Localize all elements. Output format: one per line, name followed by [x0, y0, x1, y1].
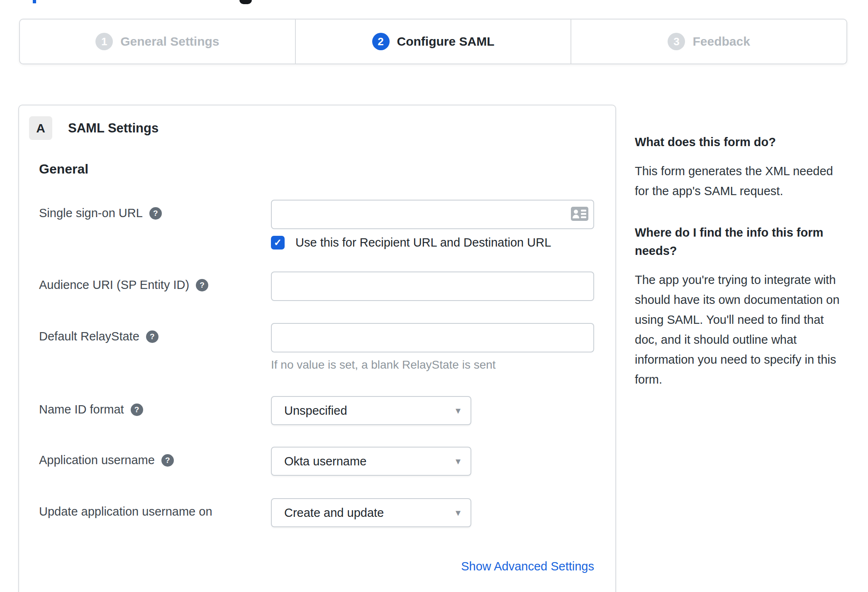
help-sidebar: What does this form do? This form genera…	[635, 133, 848, 389]
field-row-application-username: Application username ? Okta username ▾	[39, 447, 595, 476]
field-label: Update application username on	[39, 505, 212, 519]
step-number-badge: 2	[372, 33, 390, 50]
field-row-default-relaystate: Default RelayState ? If no value is set,…	[39, 323, 595, 372]
step-number-badge: 3	[668, 33, 685, 50]
chevron-down-icon: ▾	[456, 507, 461, 519]
select-value: Okta username	[284, 455, 366, 468]
help-icon[interactable]: ?	[146, 330, 158, 343]
step-label: Feedback	[692, 34, 750, 49]
field-row-update-application-username-on: Update application username on Create an…	[39, 498, 595, 527]
select-value: Unspecified	[284, 404, 347, 418]
chevron-down-icon: ▾	[456, 455, 461, 467]
step-general-settings[interactable]: 1 General Settings	[20, 20, 295, 64]
step-label: General Settings	[120, 34, 219, 49]
checkbox-label: Use this for Recipient URL and Destinati…	[295, 236, 551, 250]
select-value: Create and update	[284, 506, 384, 520]
panel-title: SAML Settings	[68, 121, 158, 136]
saml-settings-panel: A SAML Settings General Single sign-on U…	[18, 105, 616, 592]
help-body: The app you're trying to integrate with …	[635, 270, 848, 389]
default-relaystate-input[interactable]	[271, 323, 594, 352]
field-label: Single sign-on URL	[39, 206, 143, 220]
show-advanced-settings-link[interactable]: Show Advanced Settings	[461, 560, 594, 573]
step-feedback[interactable]: 3 Feedback	[571, 20, 846, 64]
field-label: Audience URI (SP Entity ID)	[39, 278, 189, 292]
help-icon[interactable]: ?	[196, 279, 208, 291]
use-recipient-destination-checkbox[interactable]: ✓	[271, 236, 285, 250]
field-label: Application username	[39, 453, 155, 467]
relaystate-hint-text: If no value is set, a blank RelayState i…	[271, 358, 595, 372]
audience-uri-input[interactable]	[271, 272, 594, 301]
field-label: Default RelayState	[39, 330, 139, 343]
contact-card-icon	[571, 207, 588, 223]
name-id-format-select[interactable]: Unspecified ▾	[271, 396, 471, 425]
help-section-where: Where do I find the info this form needs…	[635, 223, 848, 389]
wizard-stepper: 1 General Settings 2 Configure SAML 3 Fe…	[19, 19, 847, 64]
help-icon[interactable]: ?	[149, 207, 162, 220]
chevron-down-icon: ▾	[456, 405, 461, 416]
help-icon[interactable]: ?	[161, 454, 174, 467]
help-heading: What does this form do?	[635, 133, 848, 151]
field-row-name-id-format: Name ID format ? Unspecified ▾	[39, 396, 595, 425]
step-number-badge: 1	[95, 33, 113, 50]
sso-url-input[interactable]	[271, 200, 594, 229]
header-cutoff-blue-fragment	[33, 0, 36, 3]
panel-header: A SAML Settings	[29, 116, 595, 140]
header-cutoff-logo-fragment	[239, 0, 252, 4]
help-heading: Where do I find the info this form needs…	[635, 223, 848, 260]
help-section-what: What does this form do? This form genera…	[635, 133, 848, 201]
help-icon[interactable]: ?	[131, 404, 143, 416]
field-label: Name ID format	[39, 403, 124, 416]
field-row-single-sign-on-url: Single sign-on URL ? ✓	[39, 200, 595, 250]
general-section-heading: General	[39, 161, 595, 177]
application-username-select[interactable]: Okta username ▾	[271, 447, 471, 476]
field-row-audience-uri: Audience URI (SP Entity ID) ?	[39, 272, 595, 301]
recipient-destination-option: ✓ Use this for Recipient URL and Destina…	[271, 236, 595, 250]
update-application-username-select[interactable]: Create and update ▾	[271, 498, 471, 527]
help-body: This form generates the XML needed for t…	[635, 161, 848, 201]
step-label: Configure SAML	[397, 34, 495, 49]
section-a-badge: A	[29, 116, 52, 140]
step-configure-saml[interactable]: 2 Configure SAML	[295, 20, 571, 64]
